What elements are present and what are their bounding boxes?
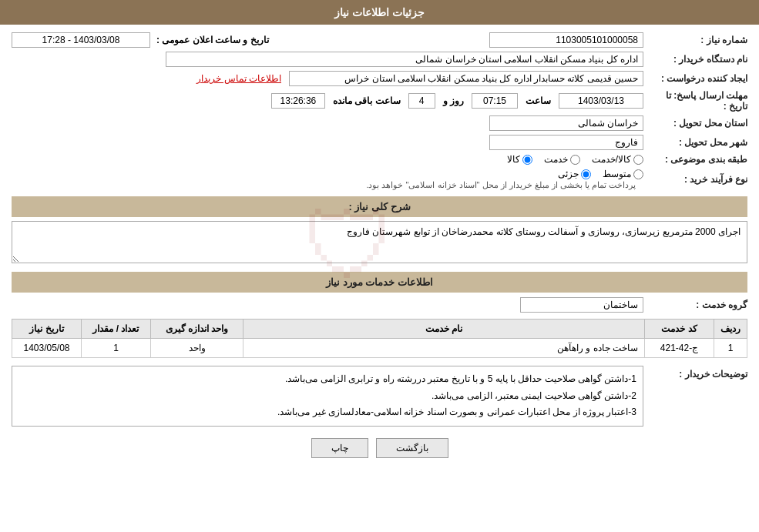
cell-row: 1 [714, 339, 747, 358]
purchase-type-radio-medium[interactable] [633, 169, 643, 179]
deadline-days: 4 [408, 93, 435, 109]
purchase-type-radio-small[interactable] [581, 169, 591, 179]
purchase-type-notice: پرداخت تمام یا بخشی از مبلغ خریدار از مح… [366, 180, 636, 189]
cell-unit: واحد [151, 339, 243, 358]
creator-contact-link[interactable]: اطلاعات تماس خریدار [196, 73, 281, 84]
deadline-time-label: ساعت [526, 95, 551, 106]
buyer-org-value: اداره کل بنیاد مسکن انقلاب اسلامی استان … [166, 52, 643, 67]
purchase-type-label-small: جزئی [558, 169, 579, 179]
buyer-note-item: 1-داشتن گواهی صلاحیت حداقل با پایه 5 و ب… [18, 371, 636, 388]
services-table: ردیف کد خدمت نام خدمت واحد اندازه گیری ت… [12, 319, 747, 358]
service-group-label: گروه خدمت : [643, 299, 747, 310]
col-header-name: نام خدمت [243, 320, 645, 339]
deadline-label: مهلت ارسال پاسخ: تا تاریخ : [643, 90, 747, 112]
category-label-service: خدمت [544, 154, 568, 165]
category-label-goods-service: کالا/خدمت [592, 154, 631, 165]
description-section-header: شرح کلی نیاز : [12, 196, 747, 217]
city-label: شهر محل تحویل : [643, 137, 747, 148]
cell-code: ج-42-421 [645, 339, 714, 358]
category-label: طبقه بندی موضوعی : [643, 154, 747, 165]
page-header: جزئیات اطلاعات نیاز [0, 0, 759, 25]
service-group-value: ساختمان [520, 297, 643, 313]
purchase-type-option-small: جزئی [558, 169, 591, 179]
deadline-remaining: 13:26:36 [271, 93, 325, 109]
services-section-header: اطلاعات خدمات مورد نیاز [12, 272, 747, 293]
deadline-date: 1403/03/13 [559, 93, 643, 109]
cell-date: 1403/05/08 [12, 339, 82, 358]
category-radio-goods[interactable] [522, 155, 532, 165]
col-header-unit: واحد اندازه گیری [151, 320, 243, 339]
buyer-org-label: نام دستگاه خریدار : [643, 54, 747, 65]
page-title: جزئیات اطلاعات نیاز [334, 6, 425, 18]
announcement-date-value: 1403/03/08 - 17:28 [12, 32, 150, 48]
request-number-label: شماره نیاز : [643, 35, 747, 45]
cell-quantity: 1 [82, 339, 151, 358]
col-header-row: ردیف [714, 320, 747, 339]
province-value: خراسان شمالی [489, 115, 643, 131]
category-option-goods: کالا [507, 154, 532, 165]
category-radio-goods-service[interactable] [633, 155, 643, 165]
purchase-type-option-medium: متوسط [603, 169, 643, 179]
print-button[interactable]: چاپ [311, 438, 368, 458]
buyer-notes-label: توضیحات خریدار : [643, 366, 747, 380]
buyer-note-item: 3-اعتبار پروژه از محل اعتبارات عمرانی و … [18, 404, 636, 421]
description-textarea[interactable]: اجرای 2000 مترمربع زیرسازی، روسازی و آسف… [12, 221, 747, 263]
purchase-type-label-medium: متوسط [603, 169, 631, 179]
col-header-date: تاریخ نیاز [12, 320, 82, 339]
buyer-note-item: 2-داشتن گواهی صلاحیت ایمنی معتبر، الزامی… [18, 388, 636, 405]
category-option-service: خدمت [544, 154, 580, 165]
creator-value: حسین قدیمی کلاته حسابدار اداره کل بنیاد … [289, 71, 643, 86]
deadline-days-label: روز و [443, 95, 464, 106]
city-value: فاروج [489, 135, 643, 150]
request-number-value: 1103005101000058 [489, 32, 643, 48]
province-label: استان محل تحویل : [643, 118, 747, 129]
category-radio-service[interactable] [570, 155, 580, 165]
deadline-remaining-label: ساعت باقی مانده [333, 95, 401, 106]
purchase-type-label: نوع فرآیند خرید : [643, 174, 747, 185]
category-option-goods-service: کالا/خدمت [592, 154, 643, 165]
creator-label: ایجاد کننده درخواست : [643, 73, 747, 84]
table-row: 1 ج-42-421 ساخت جاده و راهآهن واحد 1 140… [12, 339, 747, 358]
action-buttons-row: بازگشت چاپ [12, 438, 747, 458]
announcement-date-label: تاریخ و ساعت اعلان عمومی : [156, 35, 269, 45]
col-header-quantity: تعداد / مقدار [82, 320, 151, 339]
cell-name: ساخت جاده و راهآهن [243, 339, 645, 358]
deadline-time: 07:15 [472, 93, 518, 109]
category-label-goods: کالا [507, 154, 520, 165]
back-button[interactable]: بازگشت [376, 438, 448, 458]
buyer-notes-box: 1-داشتن گواهی صلاحیت حداقل با پایه 5 و ب… [12, 366, 643, 427]
col-header-code: کد خدمت [645, 320, 714, 339]
